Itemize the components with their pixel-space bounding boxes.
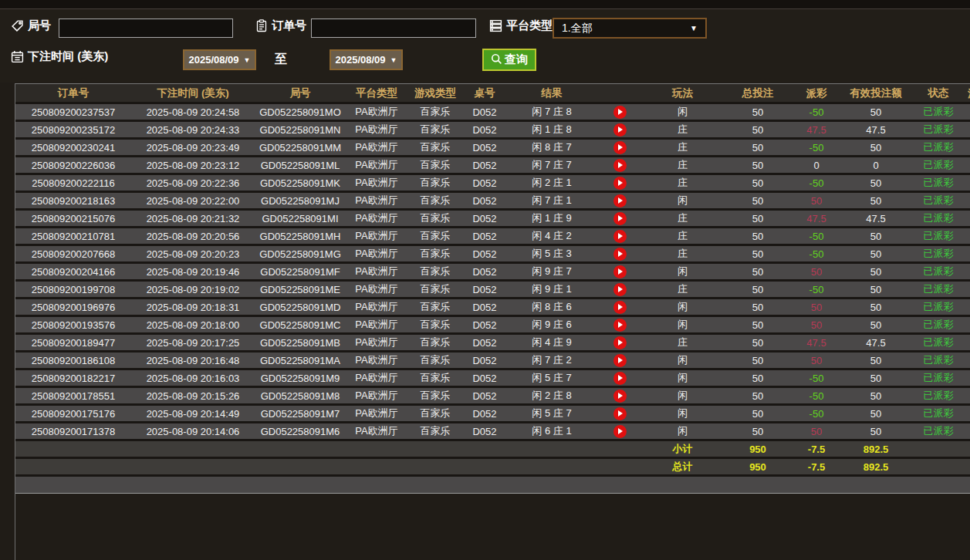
top-bar bbox=[0, 0, 970, 9]
cell-payout-time bbox=[965, 316, 970, 334]
cell-result: 闲 7 庄 7 bbox=[506, 157, 597, 174]
cell-total-bet: 50 bbox=[723, 174, 793, 192]
cell-platform-type: PA欧洲厅 bbox=[346, 228, 407, 245]
cell-table-no: D052 bbox=[463, 369, 506, 387]
play-icon[interactable] bbox=[613, 319, 627, 332]
grand-total-row-empty bbox=[131, 458, 255, 476]
play-triangle bbox=[618, 410, 623, 417]
cell-valid-bet: 0 bbox=[840, 157, 911, 174]
cell-result: 闲 5 庄 7 bbox=[506, 369, 597, 387]
round-number-input[interactable] bbox=[59, 19, 233, 38]
cell-order-no: 250809200218163 bbox=[15, 192, 131, 210]
order-number-label: 订单号 bbox=[255, 19, 306, 33]
cell-total-bet: 50 bbox=[723, 352, 793, 369]
grand-total-row-empty bbox=[407, 458, 463, 476]
play-icon[interactable] bbox=[613, 248, 627, 261]
cell-play-type: 庄 bbox=[642, 245, 723, 263]
play-icon[interactable] bbox=[613, 106, 627, 119]
play-icon[interactable] bbox=[613, 372, 627, 385]
cell-round-no: GD052258091MH bbox=[255, 228, 346, 245]
table-row: 2508092002221162025-08-09 20:22:36GD0522… bbox=[15, 174, 970, 192]
chevron-down-icon: ▼ bbox=[690, 24, 698, 32]
order-number-input[interactable] bbox=[311, 19, 476, 38]
play-icon[interactable] bbox=[613, 301, 627, 314]
cell-game-type: 百家乐 bbox=[407, 263, 463, 281]
grand-total-row-empty bbox=[965, 458, 970, 476]
cell-round-no: GD052258091MM bbox=[255, 139, 346, 157]
query-button[interactable]: 查询 bbox=[482, 49, 536, 71]
play-triangle bbox=[618, 286, 623, 292]
filler-cell bbox=[346, 476, 407, 494]
platform-type-select[interactable]: 1.全部 ▼ bbox=[553, 18, 707, 39]
table-row: 2508092002150762025-08-09 20:21:32GD0522… bbox=[15, 210, 970, 228]
cell-payout: -50 bbox=[793, 103, 840, 121]
cell-play-type: 庄 bbox=[642, 157, 723, 174]
cell-payout-time bbox=[965, 157, 970, 174]
table-row: 2508092002041662025-08-09 20:19:46GD0522… bbox=[15, 263, 970, 281]
cell-game-type: 百家乐 bbox=[407, 334, 463, 352]
table-row: 2508092001894772025-08-09 20:17:25GD0522… bbox=[15, 334, 970, 352]
cell-table-no: D052 bbox=[463, 157, 506, 174]
play-icon[interactable] bbox=[613, 425, 627, 438]
cell-payout: 50 bbox=[793, 316, 840, 334]
bet-records-table-container: 订单号下注时间 (美东)局号平台类型游戏类型桌号结果玩法总投注派彩有效投注额状态… bbox=[15, 83, 970, 560]
header-platform-type: 平台类型 bbox=[346, 84, 407, 103]
cell-order-no: 250809200186108 bbox=[15, 352, 131, 369]
cell-payout-time bbox=[965, 174, 970, 192]
cell-status: 已派彩 bbox=[911, 263, 965, 281]
cell-table-no: D052 bbox=[463, 299, 506, 316]
play-icon[interactable] bbox=[613, 141, 627, 154]
play-triangle bbox=[618, 268, 623, 275]
cell-valid-bet: 50 bbox=[840, 103, 911, 121]
cell-bet-time: 2025-08-09 20:24:58 bbox=[131, 103, 255, 121]
cell-game-type: 百家乐 bbox=[407, 352, 463, 369]
play-triangle bbox=[618, 357, 623, 363]
play-icon[interactable] bbox=[613, 336, 627, 349]
play-icon[interactable] bbox=[613, 123, 627, 137]
cell-status: 已派彩 bbox=[911, 423, 965, 440]
cell-bet-time: 2025-08-09 20:20:23 bbox=[131, 245, 255, 263]
cell-video bbox=[597, 139, 642, 157]
grand-total-row-empty bbox=[255, 458, 346, 476]
date-from-picker[interactable]: 2025/08/09 ▼ bbox=[183, 49, 256, 70]
play-icon[interactable] bbox=[613, 283, 627, 296]
cell-platform-type: PA欧洲厅 bbox=[346, 139, 407, 157]
cell-game-type: 百家乐 bbox=[407, 245, 463, 263]
cell-order-no: 250809200199708 bbox=[15, 281, 131, 299]
play-icon[interactable] bbox=[613, 159, 627, 172]
play-icon[interactable] bbox=[613, 265, 627, 278]
play-icon[interactable] bbox=[613, 194, 627, 207]
play-icon[interactable] bbox=[613, 407, 627, 420]
round-number-label: 局号 bbox=[11, 19, 51, 33]
play-triangle bbox=[618, 304, 623, 310]
filler-cell bbox=[463, 476, 506, 494]
bet-records-table: 订单号下注时间 (美东)局号平台类型游戏类型桌号结果玩法总投注派彩有效投注额状态… bbox=[15, 83, 970, 494]
cell-order-no: 250809200189477 bbox=[15, 334, 131, 352]
table-header-row: 订单号下注时间 (美东)局号平台类型游戏类型桌号结果玩法总投注派彩有效投注额状态… bbox=[15, 84, 970, 103]
cell-status: 已派彩 bbox=[911, 245, 965, 263]
cell-result: 闲 2 庄 1 bbox=[506, 174, 597, 192]
cell-payout-time bbox=[965, 210, 970, 228]
play-icon[interactable] bbox=[613, 212, 627, 225]
play-icon[interactable] bbox=[613, 354, 627, 367]
play-icon[interactable] bbox=[613, 177, 627, 190]
cell-payout: -50 bbox=[793, 369, 840, 387]
cell-bet-time: 2025-08-09 20:16:03 bbox=[131, 369, 255, 387]
play-icon[interactable] bbox=[613, 390, 627, 403]
chevron-down-icon: ▼ bbox=[244, 56, 251, 64]
cell-round-no: GD052258091MB bbox=[255, 334, 346, 352]
grand-total-row-valid-bet: 892.5 bbox=[840, 458, 911, 476]
cell-status: 已派彩 bbox=[911, 316, 965, 334]
cell-valid-bet: 50 bbox=[840, 316, 911, 334]
cell-order-no: 250809200235172 bbox=[15, 121, 131, 139]
play-triangle bbox=[618, 251, 623, 257]
play-icon[interactable] bbox=[613, 230, 627, 243]
table-row: 2508092001861082025-08-09 20:16:48GD0522… bbox=[15, 352, 970, 369]
date-to-picker[interactable]: 2025/08/09 ▼ bbox=[330, 49, 403, 70]
play-triangle bbox=[618, 197, 623, 204]
cell-table-no: D052 bbox=[463, 228, 506, 245]
header-result: 结果 bbox=[506, 84, 597, 103]
play-triangle bbox=[618, 215, 623, 221]
cell-result: 闲 4 庄 9 bbox=[506, 334, 597, 352]
cell-game-type: 百家乐 bbox=[407, 228, 463, 245]
